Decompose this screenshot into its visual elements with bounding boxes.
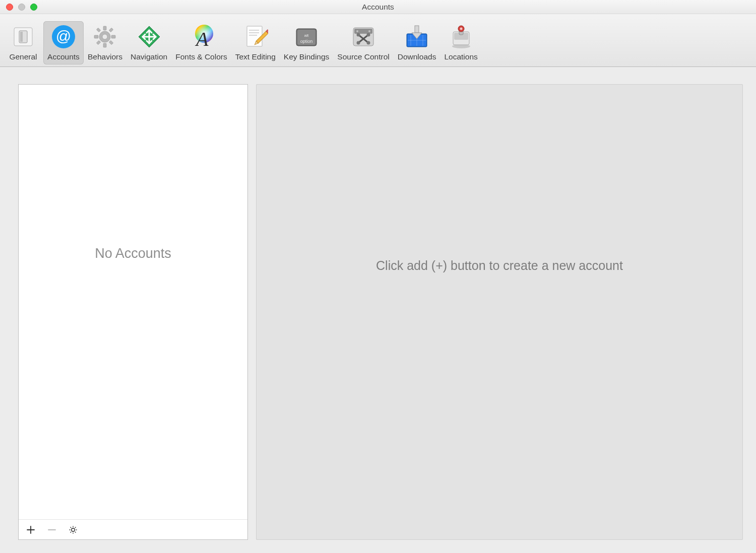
tab-text-editing-label: Text Editing: [235, 52, 276, 61]
downloads-icon: [403, 23, 430, 50]
tab-key-bindings[interactable]: alt option Key Bindings: [280, 21, 333, 64]
text-editing-icon: [242, 23, 269, 50]
svg-rect-8: [103, 43, 106, 47]
svg-rect-12: [109, 40, 113, 44]
source-control-icon: [350, 23, 377, 50]
svg-point-56: [460, 28, 462, 30]
svg-rect-22: [247, 26, 262, 46]
tab-accounts[interactable]: @ Accounts: [43, 21, 84, 64]
tab-navigation-label: Navigation: [131, 52, 167, 61]
tab-navigation[interactable]: Navigation: [127, 21, 171, 64]
add-account-button[interactable]: [25, 524, 37, 536]
remove-account-button[interactable]: [46, 524, 58, 536]
tab-key-bindings-label: Key Bindings: [284, 52, 329, 61]
at-icon: @: [50, 23, 77, 50]
gear-icon: [91, 23, 118, 50]
tab-behaviors-label: Behaviors: [88, 52, 122, 61]
general-icon: [10, 23, 37, 50]
svg-point-57: [72, 528, 75, 531]
svg-point-40: [367, 41, 370, 45]
account-detail-empty-message: Click add (+) button to create a new acc…: [376, 258, 623, 273]
tab-downloads[interactable]: Downloads: [394, 21, 440, 64]
close-window-button[interactable]: [6, 4, 13, 11]
svg-point-41: [357, 41, 360, 45]
tab-source-control[interactable]: Source Control: [333, 21, 393, 64]
svg-text:alt: alt: [304, 33, 309, 38]
window-title: Accounts: [362, 3, 394, 12]
accounts-list: No Accounts: [19, 85, 247, 519]
account-detail-panel: Click add (+) button to create a new acc…: [256, 84, 743, 540]
tab-locations[interactable]: Locations: [440, 21, 481, 64]
tab-downloads-label: Downloads: [398, 52, 436, 61]
tab-text-editing[interactable]: Text Editing: [231, 21, 280, 64]
svg-point-15: [102, 34, 107, 39]
tab-general-label: General: [9, 52, 37, 61]
key-bindings-icon: alt option: [293, 23, 320, 50]
accounts-empty-message: No Accounts: [95, 246, 171, 261]
svg-rect-11: [97, 28, 101, 32]
svg-text:A: A: [195, 28, 209, 50]
svg-point-39: [357, 33, 360, 37]
accounts-list-footer: [19, 519, 247, 539]
svg-rect-13: [109, 28, 113, 32]
navigation-icon: [136, 23, 163, 50]
svg-rect-9: [94, 35, 98, 38]
accounts-list-panel: No Accounts: [18, 84, 248, 540]
account-settings-button[interactable]: [67, 524, 79, 536]
titlebar: Accounts: [0, 0, 756, 14]
svg-rect-10: [111, 35, 115, 38]
svg-point-36: [368, 30, 370, 32]
svg-rect-49: [415, 26, 419, 33]
tab-source-control-label: Source Control: [337, 52, 389, 61]
minimize-window-button[interactable]: [18, 4, 25, 11]
svg-rect-2: [20, 32, 23, 42]
locations-icon: [448, 23, 475, 50]
svg-text:option: option: [300, 39, 313, 44]
svg-point-35: [356, 30, 358, 32]
svg-rect-7: [103, 26, 106, 30]
svg-rect-14: [97, 40, 101, 44]
tab-fonts-colors[interactable]: A Fonts & Colors: [171, 21, 231, 64]
preferences-toolbar: General @ Accounts: [0, 14, 756, 67]
fonts-colors-icon: A: [187, 23, 215, 50]
tab-locations-label: Locations: [444, 52, 477, 61]
content-area: No Accounts Click add (+) button to crea…: [0, 67, 756, 553]
tab-behaviors[interactable]: Behaviors: [84, 21, 127, 64]
zoom-window-button[interactable]: [30, 4, 37, 11]
tab-fonts-colors-label: Fonts & Colors: [175, 52, 227, 61]
tab-accounts-label: Accounts: [47, 52, 80, 61]
window-controls: [6, 4, 37, 11]
svg-text:@: @: [56, 28, 71, 44]
svg-point-42: [367, 33, 370, 37]
tab-general[interactable]: General: [3, 21, 43, 64]
